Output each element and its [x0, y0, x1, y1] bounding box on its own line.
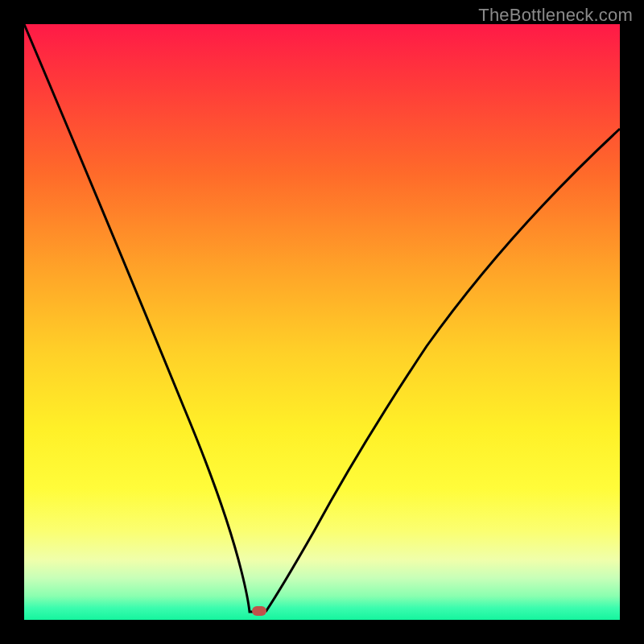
curve-left-branch: [24, 24, 266, 612]
watermark-text: TheBottleneck.com: [478, 5, 633, 26]
chart-frame: TheBottleneck.com: [0, 0, 644, 644]
plot-area: [24, 24, 620, 620]
bottleneck-curve: [24, 24, 620, 620]
optimum-marker: [252, 606, 266, 616]
curve-right-branch: [266, 129, 620, 612]
